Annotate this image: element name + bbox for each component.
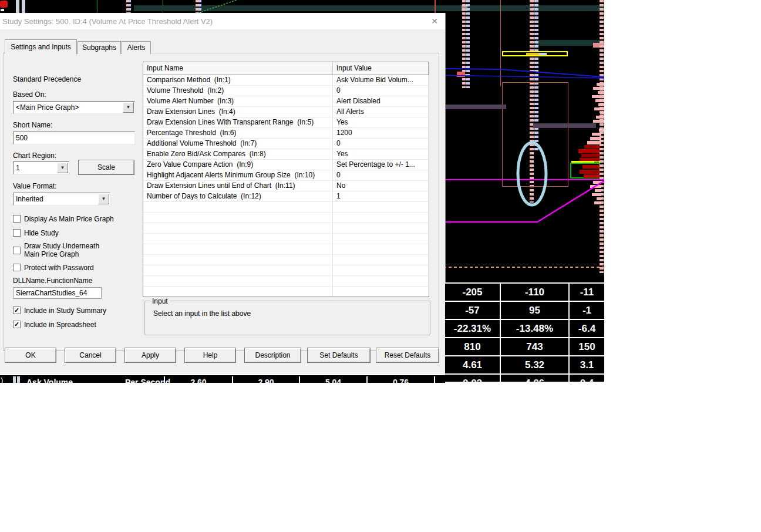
table-row[interactable] bbox=[143, 244, 429, 255]
table-row[interactable] bbox=[143, 276, 429, 287]
table-row[interactable]: Highlight Adjacent Alerts Minimum Group … bbox=[143, 170, 429, 181]
input-value-cell[interactable]: 1200 bbox=[333, 128, 429, 138]
input-value-cell[interactable] bbox=[333, 223, 429, 233]
table-row[interactable]: Volume Threshold (In:2)0 bbox=[143, 86, 429, 96]
table-row[interactable] bbox=[143, 255, 429, 265]
include-spreadsheet-checkbox[interactable]: Include in Spreadsheet bbox=[13, 321, 96, 329]
table-row[interactable] bbox=[143, 213, 429, 223]
input-name-cell[interactable]: Number of Days to Calculate (In:12) bbox=[143, 191, 333, 201]
input-name-cell[interactable]: Volume Threshold (In:2) bbox=[143, 86, 333, 96]
cancel-button[interactable]: Cancel bbox=[65, 348, 116, 363]
based-on-dropdown[interactable]: <Main Price Graph> ▼ bbox=[13, 101, 135, 114]
checkbox-icon[interactable] bbox=[13, 229, 21, 237]
checkbox-icon[interactable] bbox=[13, 247, 21, 254]
input-value-cell[interactable]: 0 bbox=[333, 86, 429, 96]
input-name-cell[interactable]: Percentage Threshold (In:6) bbox=[143, 128, 333, 138]
short-name-input[interactable]: 500 bbox=[13, 132, 135, 144]
input-value-cell[interactable] bbox=[333, 276, 429, 286]
table-row[interactable]: Volume Alert Number (In:3)Alert Disabled bbox=[143, 96, 429, 107]
column-header-input-name[interactable]: Input Name bbox=[143, 62, 333, 75]
input-name-cell[interactable]: Enable Zero Bid/Ask Compares (In:8) bbox=[143, 149, 333, 159]
ok-button[interactable]: OK bbox=[5, 348, 56, 363]
checkbox-checked-icon[interactable] bbox=[13, 321, 21, 328]
table-row[interactable] bbox=[143, 265, 429, 276]
input-name-cell[interactable] bbox=[143, 202, 333, 212]
inputs-table[interactable]: Input Name Input Value Comparison Method… bbox=[143, 62, 429, 297]
dll-name-input[interactable]: SierraChartStudies_64 bbox=[13, 287, 102, 299]
input-name-cell[interactable]: Draw Extension Lines With Transparent Ra… bbox=[143, 117, 333, 127]
table-row[interactable]: Draw Extension Lines (In:4)All Alerts bbox=[143, 107, 429, 117]
apply-button[interactable]: Apply bbox=[124, 348, 176, 363]
help-button[interactable]: Help bbox=[184, 348, 236, 363]
input-name-cell[interactable] bbox=[143, 244, 333, 254]
table-row[interactable] bbox=[143, 202, 429, 213]
table-row[interactable] bbox=[143, 234, 429, 244]
display-as-main-checkbox[interactable]: Display As Main Price Graph bbox=[13, 215, 114, 223]
input-value-cell[interactable]: Yes bbox=[333, 117, 429, 127]
summary-value-cell: -1 bbox=[570, 302, 604, 319]
description-button[interactable]: Description bbox=[244, 348, 301, 363]
dialog-titlebar[interactable]: Study Settings: 500. ID:4 (Volume At Pri… bbox=[0, 13, 445, 29]
input-value-cell[interactable]: Set Percentage to +/- 1... bbox=[333, 160, 429, 170]
input-value-cell[interactable]: Alert Disabled bbox=[333, 96, 429, 106]
input-name-cell[interactable]: Comparison Method (In:1) bbox=[143, 75, 333, 85]
close-icon[interactable]: ✕ bbox=[431, 16, 438, 26]
chevron-down-icon[interactable]: ▼ bbox=[98, 194, 109, 204]
input-value-cell[interactable] bbox=[333, 202, 429, 212]
input-name-cell[interactable]: Additional Volume Threshold (In:7) bbox=[143, 139, 333, 149]
input-name-cell[interactable]: Zero Value Compare Action (In:9) bbox=[143, 160, 333, 170]
checkbox-icon[interactable] bbox=[13, 264, 21, 271]
table-row[interactable] bbox=[143, 287, 429, 297]
scale-button[interactable]: Scale bbox=[78, 160, 134, 175]
input-name-cell[interactable]: Volume Alert Number (In:3) bbox=[143, 96, 333, 106]
reset-defaults-button[interactable]: Reset Defaults bbox=[376, 348, 439, 363]
input-value-cell[interactable] bbox=[333, 287, 429, 297]
input-value-cell[interactable]: All Alerts bbox=[333, 107, 429, 117]
input-name-cell[interactable] bbox=[143, 276, 333, 286]
table-row[interactable]: Percentage Threshold (In:6)1200 bbox=[143, 128, 429, 139]
input-value-cell[interactable]: 0 bbox=[333, 139, 429, 149]
input-value-cell[interactable] bbox=[333, 234, 429, 244]
tab-settings-and-inputs[interactable]: Settings and Inputs bbox=[5, 39, 77, 54]
checkbox-icon[interactable] bbox=[13, 215, 21, 223]
include-summary-checkbox[interactable]: Include in Study Summary bbox=[13, 307, 106, 315]
input-value-cell[interactable]: Ask Volume Bid Volum... bbox=[333, 75, 429, 85]
set-defaults-button[interactable]: Set Defaults bbox=[307, 348, 371, 363]
input-value-cell[interactable] bbox=[333, 255, 429, 265]
table-row[interactable]: Enable Zero Bid/Ask Compares (In:8)Yes bbox=[143, 149, 429, 160]
input-name-cell[interactable] bbox=[143, 265, 333, 275]
input-value-cell[interactable] bbox=[333, 244, 429, 254]
chart-region-dropdown[interactable]: 1 ▼ bbox=[13, 161, 69, 174]
table-row[interactable] bbox=[143, 223, 429, 234]
input-name-cell[interactable] bbox=[143, 234, 333, 244]
chevron-down-icon[interactable]: ▼ bbox=[123, 102, 134, 113]
value-format-dropdown[interactable]: Inherited ▼ bbox=[13, 193, 110, 206]
draw-underneath-checkbox[interactable]: Draw Study Underneath Main Price Graph bbox=[13, 242, 113, 258]
input-name-cell[interactable] bbox=[143, 223, 333, 233]
table-row[interactable]: Comparison Method (In:1)Ask Volume Bid V… bbox=[143, 75, 429, 86]
hide-study-checkbox[interactable]: Hide Study bbox=[13, 229, 59, 237]
tab-alerts[interactable]: Alerts bbox=[122, 41, 151, 54]
chevron-down-icon[interactable]: ▼ bbox=[57, 163, 68, 173]
table-row[interactable]: Number of Days to Calculate (In:12)1 bbox=[143, 191, 429, 202]
input-name-cell[interactable] bbox=[143, 287, 333, 297]
input-value-cell[interactable] bbox=[333, 265, 429, 275]
input-name-cell[interactable]: Draw Extension Lines (In:4) bbox=[143, 107, 333, 117]
tab-subgraphs[interactable]: Subgraphs bbox=[78, 41, 121, 54]
protect-password-checkbox[interactable]: Protect with Password bbox=[13, 264, 94, 272]
input-name-cell[interactable]: Highlight Adjacent Alerts Minimum Group … bbox=[143, 170, 333, 180]
input-name-cell[interactable] bbox=[143, 213, 333, 223]
input-value-cell[interactable]: 0 bbox=[333, 170, 429, 180]
input-name-cell[interactable] bbox=[143, 255, 333, 265]
input-name-cell[interactable]: Draw Extension Lines until End of Chart … bbox=[143, 181, 333, 191]
table-row[interactable]: Zero Value Compare Action (In:9)Set Perc… bbox=[143, 160, 429, 170]
checkbox-checked-icon[interactable] bbox=[13, 307, 21, 314]
table-row[interactable]: Additional Volume Threshold (In:7)0 bbox=[143, 139, 429, 149]
input-value-cell[interactable]: Yes bbox=[333, 149, 429, 159]
input-value-cell[interactable]: 1 bbox=[333, 191, 429, 201]
table-row[interactable]: Draw Extension Lines until End of Chart … bbox=[143, 181, 429, 191]
table-row[interactable]: Draw Extension Lines With Transparent Ra… bbox=[143, 117, 429, 128]
input-value-cell[interactable] bbox=[333, 213, 429, 223]
column-header-input-value[interactable]: Input Value bbox=[333, 62, 429, 75]
input-value-cell[interactable]: No bbox=[333, 181, 429, 191]
